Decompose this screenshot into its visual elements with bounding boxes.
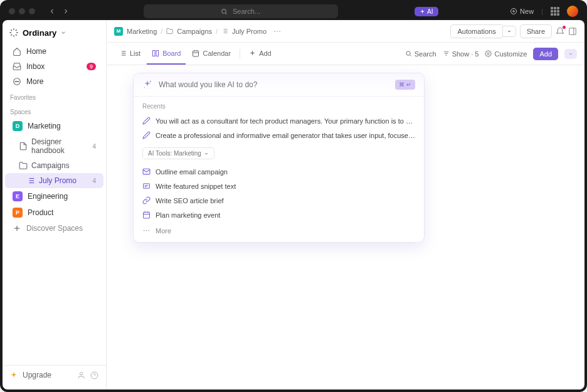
breadcrumb-folder[interactable]: Campaigns (177, 28, 212, 35)
workspace-switcher[interactable]: Ordinary (3, 25, 106, 44)
space-badge: P (13, 208, 23, 218)
add-task-button[interactable]: Add (533, 48, 558, 60)
help-icon[interactable] (90, 371, 98, 379)
upgrade-icon (10, 371, 18, 379)
ai-prompt-input[interactable] (159, 80, 389, 89)
view-customize[interactable]: Customize (485, 50, 527, 58)
view-tab-label: Add (259, 50, 272, 57)
breadcrumb-list[interactable]: July Promo (232, 28, 267, 35)
search-placeholder: Search... (233, 8, 260, 15)
ai-tools-filter-chip[interactable]: AI Tools: Marketing (142, 147, 214, 159)
upgrade-button[interactable]: Upgrade (23, 371, 51, 379)
breadcrumb-space-badge: M (114, 27, 123, 36)
panel-icon[interactable] (568, 27, 577, 36)
chevron-down-icon (204, 151, 209, 156)
breadcrumb-separator: / (161, 28, 162, 35)
link-icon (142, 196, 151, 204)
ai-pill-button[interactable]: AI (415, 7, 438, 16)
ai-panel: ⌘ ↵ Recents You will act as a consultant… (133, 73, 425, 243)
ai-recent-item[interactable]: You will act as a consultant for tech pr… (134, 114, 424, 128)
view-show[interactable]: Show · 5 (443, 50, 479, 58)
search-icon (405, 50, 412, 57)
ai-tool-outline-email[interactable]: Outline email campaign (134, 164, 424, 179)
global-search[interactable]: Search... (144, 4, 338, 18)
view-tab-board[interactable]: Board (147, 43, 186, 65)
svg-rect-34 (153, 50, 156, 56)
new-label: New (520, 8, 534, 15)
add-task-dropdown[interactable] (564, 49, 577, 59)
more-horizontal-icon[interactable] (273, 27, 282, 36)
ai-tool-label: Plan marketing event (156, 211, 220, 219)
minimize-window[interactable] (19, 8, 25, 14)
apps-grid-button[interactable] (551, 7, 559, 16)
nav-back-button[interactable] (46, 6, 58, 17)
view-tab-label: List (130, 50, 140, 57)
ai-recent-item[interactable]: Create a professional and informative em… (134, 128, 424, 142)
ai-more-button[interactable]: More (134, 222, 424, 242)
svg-point-18 (91, 372, 98, 379)
tree-july-promo[interactable]: July Promo 4 (5, 173, 103, 188)
automations-button[interactable]: Automations (450, 24, 502, 38)
view-tab-calendar[interactable]: Calendar (187, 43, 236, 65)
discover-spaces[interactable]: Discover Spaces (5, 221, 103, 236)
tree-campaigns[interactable]: Campaigns (5, 158, 103, 173)
sidebar-footer: Upgrade (3, 365, 106, 384)
share-button[interactable]: Share (520, 24, 552, 38)
discover-label: Discover Spaces (26, 224, 83, 233)
user-icon[interactable] (77, 371, 85, 379)
ai-tool-plan-event[interactable]: Plan marketing event (134, 208, 424, 222)
svg-rect-35 (156, 50, 159, 56)
search-icon (221, 8, 228, 15)
nav-home[interactable]: Home (5, 44, 103, 59)
plus-circle-icon (510, 8, 517, 15)
space-product[interactable]: P Product (5, 204, 103, 221)
svg-rect-36 (193, 51, 199, 56)
tree-label: Campaigns (31, 161, 70, 170)
nav-inbox[interactable]: Inbox 9 (5, 59, 103, 74)
home-icon (13, 47, 21, 56)
calendar-icon (192, 50, 199, 57)
tree-designer-handbook[interactable]: Designer handbook 4 (5, 134, 103, 158)
content-header: M Marketing / Campaigns / July Promo Aut… (107, 20, 584, 43)
svg-line-43 (410, 55, 411, 56)
window-controls (9, 8, 35, 14)
view-tab-add[interactable]: Add (244, 43, 277, 65)
inbox-icon (13, 62, 21, 71)
view-show-label: Show · 5 (452, 50, 479, 58)
notification-button[interactable] (556, 27, 564, 36)
breadcrumb: M Marketing / Campaigns / July Promo (114, 27, 282, 36)
more-horizontal-icon (142, 226, 151, 235)
nav-more[interactable]: More (5, 74, 103, 89)
maximize-window[interactable] (29, 8, 35, 14)
svg-rect-51 (144, 184, 150, 189)
folder-icon (19, 161, 28, 170)
sparkle-icon (142, 80, 152, 90)
ai-more-label: More (156, 227, 171, 235)
new-button[interactable]: New (510, 8, 534, 15)
more-icon (13, 77, 21, 86)
breadcrumb-space[interactable]: Marketing (127, 28, 157, 35)
tree-label: July Promo (39, 176, 77, 185)
tree-label: Designer handbook (31, 137, 88, 155)
space-engineering[interactable]: E Engineering (5, 188, 103, 204)
space-marketing[interactable]: D Marketing (5, 118, 103, 134)
svg-point-59 (146, 230, 147, 231)
user-avatar[interactable] (567, 6, 578, 17)
nav-forward-button[interactable] (60, 6, 71, 17)
filter-icon (443, 50, 450, 57)
svg-rect-26 (569, 28, 576, 34)
ai-tool-snippet[interactable]: Write featured snippet text (134, 179, 424, 193)
sparkle-icon (420, 9, 425, 14)
ai-recents-label: Recents (134, 96, 424, 114)
inbox-badge: 9 (87, 63, 96, 70)
automations-dropdown[interactable] (502, 26, 516, 37)
space-badge: E (13, 191, 23, 201)
gear-icon (485, 50, 492, 57)
ai-tool-seo[interactable]: Write SEO article brief (134, 193, 424, 208)
view-tab-label: Calendar (203, 50, 231, 57)
view-tab-list[interactable]: List (114, 43, 145, 65)
view-search[interactable]: Search (405, 50, 436, 58)
view-tabs: List Board Calendar Add (107, 43, 584, 65)
close-window[interactable] (9, 8, 15, 14)
nav-more-label: More (26, 77, 43, 86)
